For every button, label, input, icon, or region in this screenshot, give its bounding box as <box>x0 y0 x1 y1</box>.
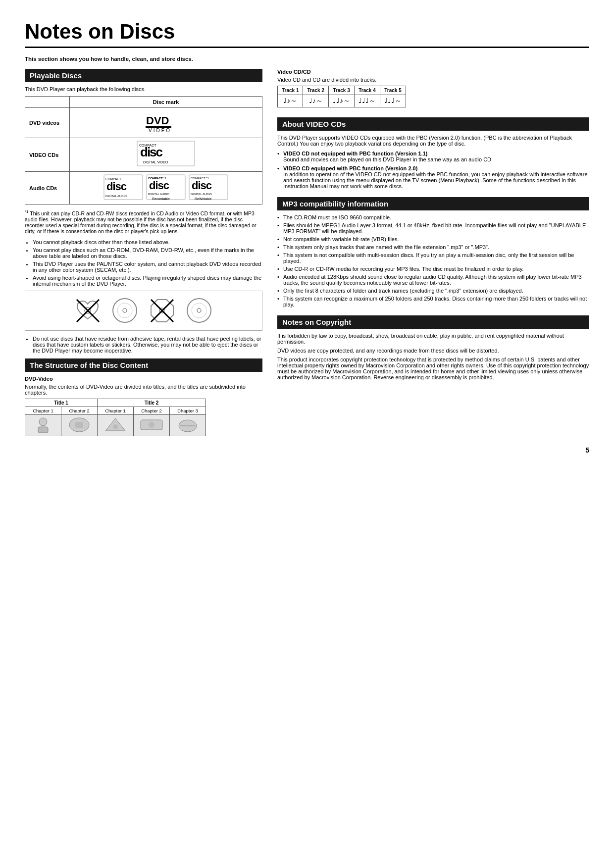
track-table: Track 1 Track 2 Track 3 Track 4 Track 5 … <box>277 86 406 107</box>
mp3-header: MP3 compatibility information <box>277 197 589 210</box>
svg-point-33 <box>197 308 201 312</box>
track1-header: Track 1 <box>278 86 303 95</box>
title2-header: Title 2 <box>98 399 206 407</box>
playable-discs-header: Playable Discs <box>25 69 262 82</box>
table-row: Audio CDs COMPACT disc DIGITAL AUDIO <box>25 172 262 204</box>
table-row <box>25 414 206 436</box>
disc-bullets-2: Do not use discs that have residue from … <box>25 336 262 354</box>
pbc-v2-title: VIDEO CD equipped with PBC function (Ver… <box>283 165 417 171</box>
svg-text:disc: disc <box>192 179 212 192</box>
svg-point-40 <box>113 424 118 429</box>
list-item: Use CD-R or CD-RW media for recording yo… <box>277 266 589 272</box>
disc-structure-header: The Structure of the Disc Content <box>25 358 262 372</box>
track3-header: Track 3 <box>328 86 354 95</box>
svg-text:DIGITAL AUDIO: DIGITAL AUDIO <box>148 193 169 196</box>
svg-text:disc: disc <box>149 179 169 192</box>
page-number: 5 <box>585 446 589 454</box>
svg-text:DIGITAL AUDIO: DIGITAL AUDIO <box>191 193 212 196</box>
list-item: Do not use discs that have residue from … <box>33 336 262 354</box>
disc-mark-header: Disc mark <box>70 97 262 108</box>
title1-header: Title 1 <box>25 399 98 407</box>
track5-header: Track 5 <box>380 86 406 95</box>
svg-text:DIGITAL VIDEO: DIGITAL VIDEO <box>143 160 168 164</box>
track5-notes: ♩♩♩～ <box>380 95 406 107</box>
svg-text:DIGITAL AUDIO: DIGITAL AUDIO <box>105 195 127 198</box>
video-cd-subtitle: Video CD/CD <box>277 69 589 75</box>
chapter4-label: Chapter 2 <box>134 407 170 414</box>
footnote: *1 This unit can play CD-R and CD-RW dis… <box>25 209 262 234</box>
list-item: VIDEO CD not equipped with PBC function … <box>277 151 589 162</box>
compact-disc-rewritable-logo: COMPACT *1 disc DIGITAL AUDIO ReWritable <box>189 174 228 202</box>
svg-text:disc: disc <box>140 145 163 159</box>
page-title: Notes on Discs <box>25 20 589 48</box>
list-item: This system can recognize a maximum of 2… <box>277 296 589 307</box>
list-item: Only the first 8 characters of folder an… <box>277 288 589 294</box>
disc-content-image-5 <box>173 416 203 434</box>
pbc-v1-title: VIDEO CD not equipped with PBC function … <box>283 151 428 156</box>
video-cd-structure-section: Video CD/CD Video CD and CD are divided … <box>277 69 589 107</box>
compact-disc-audio-logo: COMPACT disc DIGITAL AUDIO <box>103 174 143 202</box>
dvd-videos-label: DVD videos <box>25 108 70 138</box>
video-cds-label: VIDEO CDs <box>25 138 70 172</box>
list-item: This DVD Player uses the PAL/NTSC color … <box>33 261 262 273</box>
svg-text:DVD: DVD <box>146 114 169 127</box>
warning-images <box>25 291 262 331</box>
list-item: You cannot play discs such as CD-ROM, DV… <box>33 247 262 259</box>
dvd-video-text: Normally, the contents of DVD-Video are … <box>25 384 262 396</box>
copyright-section: Notes on Copyright It is forbidden by la… <box>277 315 589 380</box>
about-video-cds-header: About VIDEO CDs <box>277 117 589 131</box>
table-row: ♩♪～ ♩♪～ ♩♩♪～ ♩♩♩～ ♩♩♩～ <box>278 95 406 107</box>
disc-content-image-3 <box>101 416 130 434</box>
audio-cd-logos-cell: COMPACT disc DIGITAL AUDIO COMPACT COMPA… <box>70 172 262 204</box>
pbc-v2-text: In addition to operation of the VIDEO CD… <box>283 171 588 189</box>
normal-disc-2-icon <box>186 297 213 324</box>
disc-content-image-4 <box>137 416 166 434</box>
dvd-logo-cell: DVD VIDEO <box>70 108 262 138</box>
svg-rect-36 <box>38 427 48 433</box>
list-item: Avoid using heart-shaped or octagonal di… <box>33 275 262 287</box>
track3-notes: ♩♩♪～ <box>328 95 354 107</box>
chapter1-label: Chapter 1 <box>25 407 61 414</box>
track2-header: Track 2 <box>303 86 328 95</box>
pbc-v1-text: Sound and movies can be played on this D… <box>283 156 493 162</box>
dvd-video-subtitle: DVD-Video <box>25 376 262 382</box>
list-item: This system is not compatible with multi… <box>277 252 589 264</box>
about-video-cds-intro: This DVD Player supports VIDEO CDs equip… <box>277 135 589 147</box>
normal-disc-icon <box>111 297 139 324</box>
copyright-text1: It is forbidden by law to copy, broadcas… <box>277 333 589 345</box>
svg-point-27 <box>117 303 132 318</box>
octagon-disc-x-icon <box>149 297 176 324</box>
compact-disc-recordable-logo: COMPACT COMPACT *1 disc DIGITAL AUDIO Re… <box>146 174 186 202</box>
chapter3-label: Chapter 1 <box>98 407 134 414</box>
track1-notes: ♩♪～ <box>278 95 303 107</box>
list-item: This system only plays tracks that are n… <box>277 244 589 250</box>
disc-content-image-2 <box>64 416 94 434</box>
list-item: You cannot playback discs other than tho… <box>33 239 262 245</box>
about-video-cds-section: About VIDEO CDs This DVD Player supports… <box>277 117 589 189</box>
list-item: Not compatible with variable bit-rate (V… <box>277 236 589 242</box>
heart-disc-x-icon <box>74 297 102 324</box>
disc-structure-section: The Structure of the Disc Content DVD-Vi… <box>25 358 262 436</box>
svg-point-34 <box>192 303 206 318</box>
intro-text: This section shows you how to handle, cl… <box>25 56 589 62</box>
track2-notes: ♩♪～ <box>303 95 328 107</box>
chapter5-label: Chapter 3 <box>170 407 206 414</box>
video-cd-logo-cell: COMPACT disc DIGITAL VIDEO <box>70 138 262 172</box>
svg-point-26 <box>123 308 127 312</box>
svg-point-25 <box>113 299 137 322</box>
copyright-header: Notes on Copyright <box>277 315 589 329</box>
copyright-text3: This product incorporates copyright prot… <box>277 357 589 380</box>
table-row: DVD videos DVD VIDEO <box>25 108 262 138</box>
list-item: VIDEO CD equipped with PBC function (Ver… <box>277 165 589 189</box>
video-cd-features-list: VIDEO CD not equipped with PBC function … <box>277 151 589 189</box>
copyright-text2: DVD videos are copy protected, and any r… <box>277 348 589 354</box>
title-chapter-table: Title 1 Title 2 Chapter 1 Chapter 2 Chap… <box>25 399 206 436</box>
audio-cds-label: Audio CDs <box>25 172 70 204</box>
track4-notes: ♩♩♩～ <box>354 95 380 107</box>
list-item: Files should be MPEG1 Audio Layer 3 form… <box>277 222 589 234</box>
table-row: VIDEO CDs COMPACT disc DIGITAL VIDEO <box>25 138 262 172</box>
footnote-marker: *1 <box>25 209 29 214</box>
compact-disc-logo: COMPACT disc DIGITAL VIDEO <box>136 141 196 168</box>
list-item: The CD-ROM must be ISO 9660 compatible. <box>277 214 589 220</box>
mp3-bullets: The CD-ROM must be ISO 9660 compatible. … <box>277 214 589 307</box>
